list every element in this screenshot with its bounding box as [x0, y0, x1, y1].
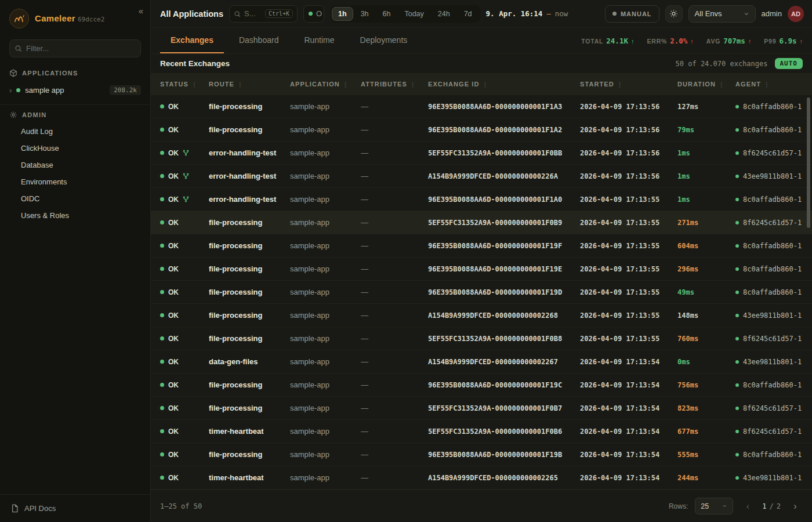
agent-status-dot	[735, 291, 739, 294]
agent-cell: 8f6245c61d57-1	[735, 335, 812, 343]
column-header-agent[interactable]: AGENT⋮	[735, 81, 812, 88]
online-indicator[interactable]: O	[303, 5, 324, 23]
application-cell: sample-app	[290, 264, 361, 273]
started-cell: 2026-04-09 17:13:55	[580, 219, 677, 227]
refresh-mode-button[interactable]: MANUAL	[605, 5, 659, 23]
status-text: OK	[168, 265, 179, 273]
tab-runtime[interactable]: Runtime	[293, 28, 345, 53]
table-row[interactable]: OKerror-handling-testsample-app—96E395B0…	[151, 188, 812, 211]
rows-per-page-select[interactable]: 25	[695, 498, 733, 514]
attributes-cell: —	[361, 195, 428, 204]
theme-toggle-button[interactable]	[665, 5, 683, 23]
agent-id: 8c0affadb860-1	[743, 381, 802, 389]
main-content: All Applications S... Ctrl+K O 1h3h6hTod…	[151, 0, 812, 522]
column-header-exchange-id[interactable]: EXCHANGE ID⋮	[428, 81, 580, 88]
agent-id: 8f6245c61d57-1	[743, 149, 802, 157]
sidebar-item-audit-log[interactable]: Audit Log	[0, 123, 150, 140]
application-cell: sample-app	[290, 311, 361, 320]
column-header-route[interactable]: ROUTE⋮	[209, 81, 290, 88]
table-row[interactable]: OKfile-processingsample-app—96E395B0088A…	[151, 95, 812, 118]
application-cell: sample-app	[290, 172, 361, 180]
status-text: OK	[168, 335, 179, 343]
route-cell: error-handling-test	[209, 148, 290, 157]
applications-section-header: APPLICATIONS	[0, 64, 150, 81]
auto-refresh-badge[interactable]: AUTO	[775, 58, 803, 69]
sidebar-item-oidc[interactable]: OIDC	[0, 190, 150, 207]
exchange-id-cell: A154B9A999DFCED-000000000002267	[428, 358, 580, 366]
attributes-cell: —	[361, 148, 428, 157]
column-header-attributes[interactable]: ATTRIBUTES⋮	[361, 81, 428, 88]
environment-select[interactable]: All Envs	[688, 5, 756, 23]
table-row[interactable]: OKerror-handling-testsample-app—5EF55FC3…	[151, 142, 812, 165]
table-row[interactable]: OKfile-processingsample-app—96E395B0088A…	[151, 118, 812, 142]
tab-dashboard[interactable]: Dashboard	[229, 28, 289, 53]
status-ok-dot	[160, 406, 164, 410]
duration-cell: 271ms	[677, 219, 735, 227]
route-cell: timer-heartbeat	[209, 427, 290, 436]
attributes-cell: —	[361, 334, 428, 343]
table-row[interactable]: OKfile-processingsample-app—96E395B0088A…	[151, 443, 812, 466]
table-row[interactable]: OKfile-processingsample-app—96E395B0088A…	[151, 234, 812, 258]
global-search[interactable]: S... Ctrl+K	[229, 5, 298, 23]
time-range-6h[interactable]: 6h	[376, 7, 397, 21]
started-cell: 2026-04-09 17:13:55	[580, 288, 677, 296]
attributes-cell: —	[361, 218, 428, 227]
duration-cell: 244ms	[677, 474, 735, 482]
time-range-24h[interactable]: 24h	[432, 7, 456, 21]
exchange-count: 50 of 24.070 exchanges	[676, 60, 768, 68]
table-row[interactable]: OKdata-gen-filessample-app—A154B9A999DFC…	[151, 350, 812, 374]
duration-cell: 0ms	[677, 358, 735, 366]
time-range-today[interactable]: Today	[398, 7, 430, 21]
duration-cell: 49ms	[677, 288, 735, 296]
sidebar-collapse-button[interactable]: «	[139, 6, 143, 16]
status-cell: OK	[160, 451, 209, 459]
table-row[interactable]: OKtimer-heartbeatsample-app—A154B9A999DF…	[151, 466, 812, 490]
user-avatar[interactable]: AD	[788, 6, 804, 22]
route-cell: timer-heartbeat	[209, 473, 290, 482]
application-cell: sample-app	[290, 334, 361, 343]
time-range-7d[interactable]: 7d	[458, 7, 478, 21]
tab-exchanges[interactable]: Exchanges	[160, 28, 224, 53]
manual-dot	[612, 12, 617, 16]
table-row[interactable]: OKfile-processingsample-app—5EF55FC31352…	[151, 211, 812, 234]
sidebar-item-clickhouse[interactable]: ClickHouse	[0, 140, 150, 157]
time-range-1h[interactable]: 1h	[332, 7, 353, 21]
column-header-status[interactable]: STATUS⋮	[160, 81, 209, 88]
exchange-id-cell: 5EF55FC31352A9A-000000000001F0B7	[428, 404, 580, 412]
started-cell: 2026-04-09 17:13:56	[580, 103, 677, 111]
tabs-row: ExchangesDashboardRuntimeDeployments TOT…	[151, 28, 812, 54]
column-header-started[interactable]: STARTED⋮	[580, 81, 677, 88]
table-row[interactable]: OKfile-processingsample-app—5EF55FC31352…	[151, 327, 812, 350]
camel-logo-icon	[9, 9, 29, 28]
sidebar-item-database[interactable]: Database	[0, 157, 150, 173]
route-cell: data-gen-files	[209, 357, 290, 366]
table-row[interactable]: OKfile-processingsample-app—96E395B0088A…	[151, 258, 812, 281]
filter-input[interactable]	[9, 39, 141, 57]
application-cell: sample-app	[290, 218, 361, 227]
table-row[interactable]: OKfile-processingsample-app—A154B9A999DF…	[151, 304, 812, 327]
scrollbar-thumb[interactable]	[807, 97, 810, 228]
sidebar-item-sample-app[interactable]: › sample app 208.2k	[5, 81, 146, 99]
column-header-duration[interactable]: DURATION⋮	[677, 81, 735, 88]
agent-status-dot	[735, 244, 739, 248]
attributes-cell: —	[361, 450, 428, 459]
sidebar-item-environments[interactable]: Environments	[0, 173, 150, 190]
table-row[interactable]: OKfile-processingsample-app—5EF55FC31352…	[151, 397, 812, 420]
exchange-id-cell: 96E395B0088AA6D-000000000001F19D	[428, 288, 580, 296]
sidebar-item-users-roles[interactable]: Users & Roles	[0, 207, 150, 224]
tab-deployments[interactable]: Deployments	[350, 28, 418, 53]
previous-page-button[interactable]: ‹	[740, 499, 755, 514]
table-row[interactable]: OKtimer-heartbeatsample-app—5EF55FC31352…	[151, 420, 812, 443]
tabs: ExchangesDashboardRuntimeDeployments	[160, 28, 418, 53]
table-row[interactable]: OKerror-handling-testsample-app—A154B9A9…	[151, 165, 812, 188]
api-docs-link[interactable]: API Docs	[0, 494, 150, 522]
search-icon	[14, 45, 22, 52]
column-header-application[interactable]: APPLICATION⋮	[290, 81, 361, 88]
stat-value: 6.9s	[779, 37, 796, 45]
table-row[interactable]: OKfile-processingsample-app—96E395B0088A…	[151, 281, 812, 304]
next-page-button[interactable]: ›	[788, 499, 803, 514]
time-range-3h[interactable]: 3h	[354, 7, 375, 21]
table-row[interactable]: OKfile-processingsample-app—96E395B0088A…	[151, 374, 812, 397]
duration-cell: 79ms	[677, 126, 735, 134]
started-cell: 2026-04-09 17:13:54	[580, 358, 677, 366]
